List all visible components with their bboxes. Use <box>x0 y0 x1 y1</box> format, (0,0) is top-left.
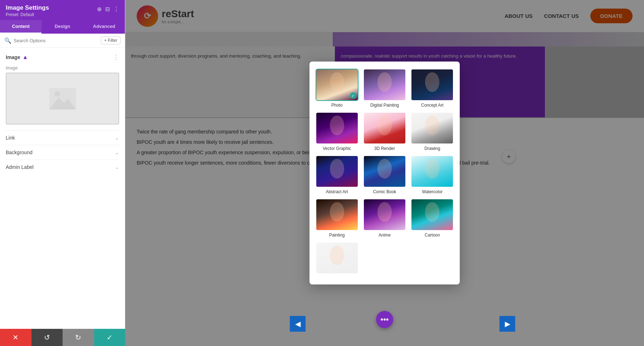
image-type-card-drawing[interactable]: Drawing <box>411 112 454 151</box>
nav-right-button[interactable]: ▶ <box>499 316 515 332</box>
background-row[interactable]: Background ⌄ <box>6 145 119 160</box>
image-type-thumb-inner-extra <box>316 243 358 273</box>
panel-tabs: Content Design Advanced <box>0 20 125 34</box>
image-options-icon[interactable]: ⋮ <box>113 53 119 61</box>
main-area: ⟳ reStart for a bright... ABOUT US CONTA… <box>125 0 644 346</box>
image-section-options: ⋮ <box>113 53 119 61</box>
left-panel: Image Settings Preset: Default ⊕ ⊟ ⋮ Con… <box>0 0 125 346</box>
search-icon: 🔍 <box>4 37 11 44</box>
image-type-label-digital-painting: Digital Painting <box>370 103 399 108</box>
save-button[interactable]: ✓ <box>94 329 126 346</box>
image-placeholder[interactable] <box>6 73 119 125</box>
fab-button[interactable]: ••• <box>376 311 393 328</box>
tab-advanced[interactable]: Advanced <box>83 20 125 34</box>
image-section-title: Image ▲ <box>6 54 28 60</box>
image-type-card-photo[interactable]: ✓Photo <box>315 69 358 108</box>
image-type-thumb-inner-cartoon <box>411 199 453 230</box>
image-type-card-abstract-art[interactable]: Abstract Art <box>315 155 358 194</box>
image-type-thumb-drawing <box>411 112 454 144</box>
image-type-label-anime: Anime <box>379 233 391 238</box>
image-type-thumb-inner-anime <box>364 199 405 230</box>
undo-button[interactable]: ↺ <box>31 329 63 346</box>
image-type-thumb-inner-vector-graphic <box>316 113 358 143</box>
placeholder-icon <box>48 88 77 109</box>
image-type-thumb-cartoon <box>411 199 454 231</box>
link-row[interactable]: Link ⌄ <box>6 130 119 145</box>
panel-title: Image Settings <box>6 4 49 11</box>
image-type-label-watercolor: Watercolor <box>422 189 443 194</box>
image-type-card-vector-graphic[interactable]: Vector Graphic <box>315 112 358 151</box>
panel-header-icons: ⊕ ⊟ ⋮ <box>97 6 119 13</box>
image-section-label: Image <box>6 54 20 60</box>
image-type-card-concept-art[interactable]: Concept Art <box>411 69 454 108</box>
image-type-thumb-inner-painting <box>316 199 358 230</box>
image-type-thumb-abstract-art <box>316 155 358 187</box>
image-type-thumb-concept-art <box>411 69 454 101</box>
nav-left-button[interactable]: ◀ <box>290 316 306 332</box>
admin-label-text: Admin Label <box>6 164 34 170</box>
tab-content[interactable]: Content <box>0 20 42 34</box>
image-type-thumb-photo: ✓ <box>316 69 358 101</box>
image-type-thumb-inner-drawing <box>411 113 453 143</box>
admin-label-row[interactable]: Admin Label ⌄ <box>6 160 119 174</box>
link-chevron: ⌄ <box>115 135 119 141</box>
image-type-modal: ✓PhotoDigital PaintingConcept ArtVector … <box>309 62 460 284</box>
image-type-grid: ✓PhotoDigital PaintingConcept ArtVector … <box>315 69 454 276</box>
image-type-label-painting: Painting <box>329 233 345 238</box>
image-type-thumb-anime <box>363 199 406 231</box>
image-type-thumb-vector-graphic <box>316 112 358 144</box>
background-label: Background <box>6 150 33 155</box>
image-field-label: Image <box>6 65 119 70</box>
image-type-card-cartoon[interactable]: Cartoon <box>411 199 454 238</box>
image-type-label-vector-graphic: Vector Graphic <box>323 146 351 151</box>
image-type-thumb-digital-painting <box>363 69 406 101</box>
image-type-card-3d-render[interactable]: 3D Render <box>363 112 406 151</box>
modal-overlay: ✓PhotoDigital PaintingConcept ArtVector … <box>125 0 644 346</box>
image-type-thumb-inner-comic-book <box>364 156 405 187</box>
image-type-label-photo: Photo <box>331 103 342 108</box>
image-type-label-concept-art: Concept Art <box>421 103 444 108</box>
image-type-thumb-inner-watercolor <box>411 156 453 187</box>
image-type-label-cartoon: Cartoon <box>425 233 440 238</box>
check-icon-photo: ✓ <box>350 92 356 99</box>
tab-design[interactable]: Design <box>42 20 83 34</box>
more-icon[interactable]: ⋮ <box>113 6 119 13</box>
image-type-thumb-inner-abstract-art <box>316 156 358 187</box>
image-type-card-digital-painting[interactable]: Digital Painting <box>363 69 406 108</box>
image-type-label-drawing: Drawing <box>424 146 440 151</box>
cancel-button[interactable]: ✕ <box>0 329 31 346</box>
search-input[interactable] <box>14 38 99 43</box>
image-type-thumb-comic-book <box>363 155 406 187</box>
image-type-label-3d-render: 3D Render <box>374 146 395 151</box>
image-type-thumb-extra <box>316 242 358 274</box>
background-chevron: ⌄ <box>115 150 119 155</box>
svg-point-2 <box>54 91 60 97</box>
panel-content: Image ▲ ⋮ Image Link ⌄ Background ⌄ Admi… <box>0 48 125 332</box>
image-type-card-extra[interactable] <box>315 242 358 276</box>
panel-preset: Preset: Default <box>6 12 49 17</box>
image-section-toggle[interactable]: ▲ <box>22 54 28 60</box>
redo-button[interactable]: ↻ <box>63 329 94 346</box>
filter-button[interactable]: + Filter <box>101 36 121 44</box>
image-type-thumb-inner-3d-render <box>364 113 405 143</box>
link-label: Link <box>6 135 15 141</box>
image-section-header: Image ▲ ⋮ <box>6 53 119 61</box>
image-type-label-comic-book: Comic Book <box>373 189 396 194</box>
layout-icon[interactable]: ⊟ <box>105 6 110 13</box>
focus-icon[interactable]: ⊕ <box>97 6 102 13</box>
image-type-thumb-inner-digital-painting <box>364 69 405 100</box>
image-type-thumb-3d-render <box>363 112 406 144</box>
image-type-card-comic-book[interactable]: Comic Book <box>363 155 406 194</box>
image-type-card-watercolor[interactable]: Watercolor <box>411 155 454 194</box>
panel-header: Image Settings Preset: Default ⊕ ⊟ ⋮ <box>0 0 125 20</box>
search-bar: 🔍 + Filter <box>0 34 125 48</box>
image-type-thumb-watercolor <box>411 155 454 187</box>
bottom-bar: ✕ ↺ ↻ ✓ <box>0 329 125 346</box>
image-type-label-abstract-art: Abstract Art <box>326 189 348 194</box>
image-type-card-painting[interactable]: Painting <box>315 199 358 238</box>
image-type-thumb-inner-concept-art <box>411 69 453 100</box>
image-type-thumb-painting <box>316 199 358 231</box>
image-type-card-anime[interactable]: Anime <box>363 199 406 238</box>
admin-chevron: ⌄ <box>115 164 119 170</box>
